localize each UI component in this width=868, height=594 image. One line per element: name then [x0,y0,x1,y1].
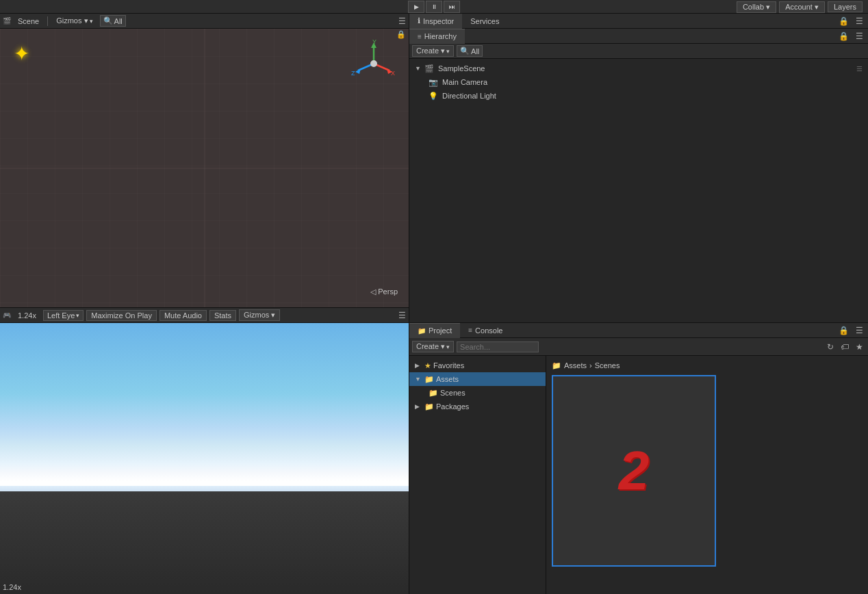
hierarchy-icon: ≡ [418,33,422,40]
hierarchy-create-button[interactable]: Create ▾ [412,45,454,57]
project-refresh-icon[interactable]: ↻ [825,341,836,352]
sun-icon: ✦ [14,42,29,65]
lock-icon: 🔒 [396,30,406,39]
hierarchy-lock-button[interactable]: 🔒 [837,31,851,42]
packages-label: Packages [436,402,469,411]
maximize-on-play-button[interactable]: Maximize On Play [86,310,157,321]
left-panel: 🎬 Scene Gizmos ▾ 🔍 All ☰ [0,14,409,594]
play-controls: ▶ ⏸ ⏭ [408,1,460,13]
svg-text:Z: Z [351,70,355,77]
project-toolbar-right: ↻ 🏷 ★ [825,341,865,352]
layers-button[interactable]: Layers [828,1,863,12]
bottom-content: ▶ ★ Favorites ▼ 📁 Assets 📁 [409,356,868,594]
assets-grid: 2 [549,372,865,591]
hierarchy-search-icon: 🔍 [460,47,470,55]
tree-item-packages[interactable]: ▶ 📁 Packages [409,400,546,413]
inspector-icon: ℹ [418,16,420,25]
gizmos-button[interactable]: Gizmos ▾ [52,16,97,26]
game-toolbar-right: ☰ [398,311,406,320]
game-gizmos-button[interactable]: Gizmos ▾ [239,309,280,321]
scene-toolbar: 🎬 Scene Gizmos ▾ 🔍 All ☰ [0,14,409,29]
project-lock-button[interactable]: 🔒 [837,325,851,336]
inspector-tab-bar: ℹ Inspector Services 🔒 ☰ [409,14,868,29]
tab-project[interactable]: 📁 Project [409,323,460,338]
favorites-label: Favorites [433,361,464,370]
game-zoom-display: 1.24x [3,583,21,591]
project-tag-icon[interactable]: 🏷 [839,341,851,352]
right-panel: ℹ Inspector Services 🔒 ☰ ≡ Hierarchy [409,14,868,594]
tab-console[interactable]: ≡ Console [460,323,511,338]
inspector-lock-button[interactable]: 🔒 [837,16,851,27]
persp-label: ◁ Persp [370,287,398,296]
right-content: ≡ Hierarchy 🔒 ☰ Create ▾ 🔍 All [409,29,868,594]
hierarchy-panel: ≡ Hierarchy 🔒 ☰ Create ▾ 🔍 All [409,29,868,323]
scene-tab-icon: 🎬 [3,17,11,25]
hierarchy-label: Hierarchy [424,32,457,40]
favorites-star-icon: ★ [424,361,431,370]
assets-arrow: ▼ [415,376,423,383]
tab-hierarchy[interactable]: ≡ Hierarchy [409,29,465,44]
breadcrumb-assets-label: Assets [564,361,587,370]
grid-overlay [0,29,409,307]
top-bar-right: Collab ▾ Account ▾ Layers [737,0,863,14]
inspector-menu-button[interactable]: ☰ [854,16,865,27]
project-menu-button[interactable]: ☰ [854,325,865,336]
svg-rect-1 [0,29,409,307]
step-button[interactable]: ⏭ [444,1,460,13]
asset-item-scenes[interactable]: 2 [552,375,716,567]
scene-menu-button[interactable]: ☰ [398,16,406,26]
hierarchy-all-label: All [471,47,479,55]
favorites-arrow: ▶ [415,362,423,369]
assets-folder-icon: 📁 [424,375,434,384]
tree-item-assets[interactable]: ▼ 📁 Assets [409,372,546,386]
scene-menu-icon: ☰ [856,65,863,73]
account-button[interactable]: Account ▾ [779,1,825,13]
tree-item-scenes[interactable]: 📁 Scenes [409,386,546,400]
play-button[interactable]: ▶ [408,1,424,13]
project-tab-right: 🔒 ☰ [837,325,868,336]
zoom-label: 1.24x [14,311,40,320]
scene-gizmo[interactable]: Y X Z [350,40,398,88]
hierarchy-search-box: 🔍 All [457,45,483,57]
project-assets: 📁 Assets › Scenes 2 [546,356,868,594]
project-search-input[interactable] [457,341,539,352]
assets-label: Assets [436,375,459,383]
svg-point-13 [370,60,377,67]
project-create-button[interactable]: Create ▾ [412,341,454,352]
console-label: Console [475,326,502,335]
hierarchy-toolbar: Create ▾ 🔍 All [409,44,868,59]
game-ground [0,491,409,594]
breadcrumb-assets-icon: 📁 [552,361,561,370]
light-icon: 💡 [429,92,439,101]
tree-item-directional-light[interactable]: 💡 Directional Light [409,89,868,103]
pause-button[interactable]: ⏸ [426,1,442,13]
scene-arrow: ▼ [415,65,423,72]
collab-button[interactable]: Collab ▾ [737,1,776,13]
hierarchy-menu-button[interactable]: ☰ [854,31,865,42]
scene-label: SampleScene [438,64,485,73]
stats-button[interactable]: Stats [209,310,236,321]
scene-view: 🎬 Scene Gizmos ▾ 🔍 All ☰ [0,14,409,308]
inspector-toolbar-right: 🔒 ☰ [837,16,868,27]
hierarchy-tab-bar: ≡ Hierarchy 🔒 ☰ [409,29,868,44]
game-toolbar: 🎮 1.24x Left Eye Maximize On Play Mute A… [0,308,409,323]
top-bar: ▶ ⏸ ⏭ Collab ▾ Account ▾ Layers [0,0,868,14]
tree-item-scene[interactable]: ▼ 🎬 SampleScene ☰ [409,62,868,75]
tree-item-main-camera[interactable]: 📷 Main Camera [409,75,868,89]
tree-item-favorites[interactable]: ▶ ★ Favorites [409,359,546,372]
tab-inspector[interactable]: ℹ Inspector [409,14,462,29]
camera-icon: 📷 [429,78,439,87]
scene-all-label: All [114,17,123,25]
scene-icon: 🎬 [424,64,435,73]
game-content: 1.24x [0,323,409,594]
scene-search-box: 🔍 All [100,15,126,27]
mute-audio-button[interactable]: Mute Audio [159,310,207,321]
game-menu-button[interactable]: ☰ [398,311,406,320]
project-icon: 📁 [418,327,426,335]
project-star-icon[interactable]: ★ [854,341,865,352]
eye-dropdown[interactable]: Left Eye [43,310,84,321]
scene-tab-label[interactable]: Scene [14,16,43,26]
tab-services[interactable]: Services [462,14,507,29]
bottom-tab-bar: 📁 Project ≡ Console 🔒 ☰ [409,323,868,338]
scene-content: ✦ 🔒 Y X [0,29,409,307]
